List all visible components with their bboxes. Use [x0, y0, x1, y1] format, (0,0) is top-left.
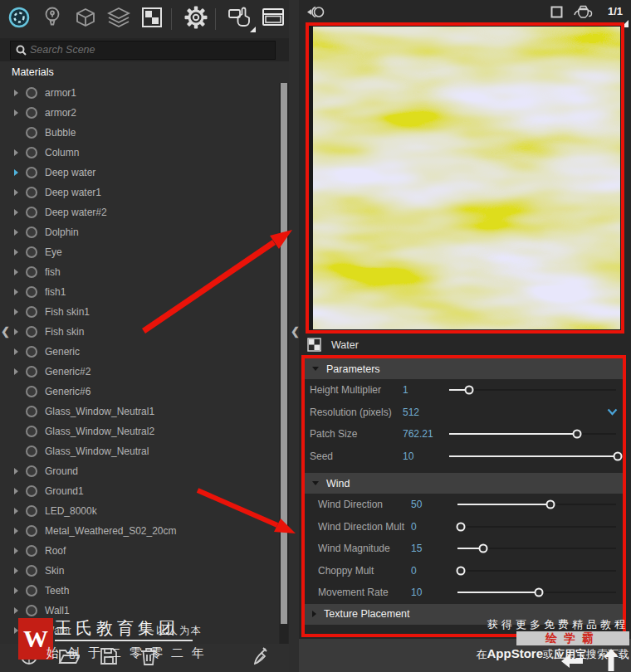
materials-button[interactable] [5, 5, 33, 33]
material-list-item[interactable]: Roof [0, 541, 279, 561]
texture-preview[interactable] [306, 22, 624, 334]
slider-handle[interactable] [573, 430, 582, 439]
expand-arrow-icon[interactable] [14, 289, 18, 295]
page-indicator[interactable]: 1/1 [608, 5, 623, 17]
material-list-item[interactable]: Deep water [0, 163, 279, 183]
material-list-item[interactable]: Eye [0, 242, 279, 262]
parameter-row[interactable]: Choppy Mult 0 [305, 560, 623, 582]
material-list-item[interactable]: fish [0, 262, 279, 282]
expand-arrow-icon[interactable] [14, 189, 18, 196]
material-list-item[interactable]: Column [0, 143, 279, 163]
parameter-slider[interactable] [457, 538, 618, 560]
search-box[interactable] [10, 41, 276, 60]
parameter-row[interactable]: Resolution (pixels) 512 [305, 402, 623, 424]
parameter-row[interactable]: Height Multiplier 1 [305, 379, 623, 402]
material-list-item[interactable]: armor1 [0, 83, 279, 103]
material-list-item[interactable]: Water [0, 621, 279, 640]
expand-arrow-icon[interactable] [14, 149, 18, 156]
expand-arrow-icon[interactable] [14, 468, 18, 475]
select-mode-button[interactable] [226, 5, 254, 33]
parameter-value[interactable]: 50 [411, 499, 457, 510]
parameter-slider[interactable] [449, 423, 618, 446]
parameter-value[interactable]: 0 [411, 521, 457, 533]
delete-button[interactable] [135, 645, 163, 670]
settings-button[interactable] [182, 5, 210, 33]
material-list-item[interactable]: Deep water1 [0, 183, 279, 202]
layers-button[interactable] [105, 5, 133, 33]
parameter-slider[interactable] [449, 379, 618, 402]
teapot-preview-icon[interactable] [574, 5, 594, 22]
material-list-item[interactable]: Glass_Window_Neutral [0, 441, 279, 461]
material-list-item[interactable]: Dolphin [0, 222, 279, 242]
material-list-item[interactable]: Generic [0, 342, 279, 362]
parameter-value[interactable]: 1 [403, 384, 449, 396]
expand-arrow-icon[interactable] [14, 488, 18, 494]
expand-arrow-icon[interactable] [14, 508, 18, 514]
imported-textures-button[interactable] [138, 5, 166, 33]
expand-arrow-icon[interactable] [14, 169, 18, 176]
expand-arrow-icon[interactable] [14, 309, 18, 315]
lights-button[interactable] [38, 5, 66, 33]
expand-arrow-icon[interactable] [14, 249, 18, 256]
parameter-value[interactable]: 762.21 [403, 428, 449, 440]
material-list-item[interactable]: LED_8000k [0, 501, 279, 521]
new-scene-button[interactable] [15, 645, 43, 670]
orbit-icon[interactable] [306, 4, 327, 23]
material-list-item[interactable]: Fish skin1 [0, 302, 279, 322]
material-list-item[interactable]: Ground [0, 461, 279, 481]
expand-arrow-icon[interactable] [14, 548, 18, 554]
open-button[interactable] [55, 645, 83, 670]
flat-preview-icon[interactable] [550, 6, 563, 22]
expand-arrow-icon[interactable] [14, 627, 18, 634]
parameter-row[interactable]: Wind Magnitude 15 [305, 538, 623, 560]
expand-arrow-icon[interactable] [14, 90, 18, 96]
expand-arrow-icon[interactable] [14, 269, 18, 275]
expand-arrow-icon[interactable] [14, 567, 18, 574]
expand-arrow-icon[interactable] [14, 368, 18, 375]
parameter-value[interactable]: 10 [411, 587, 457, 598]
expand-arrow-icon[interactable] [14, 348, 18, 355]
expand-arrow-icon[interactable] [14, 587, 18, 594]
material-list-item[interactable]: Bubble [0, 123, 279, 143]
parameter-row[interactable]: Wind Direction 50 [305, 494, 623, 516]
materials-list[interactable]: armor1 armor2 Bubble Column Deep water D… [0, 83, 279, 644]
parameter-row[interactable]: Seed 10 [305, 446, 623, 468]
parameter-slider[interactable] [457, 516, 618, 538]
scrollbar-thumb[interactable] [281, 83, 287, 624]
parameter-value[interactable]: 15 [411, 543, 457, 554]
parameter-row[interactable]: Movement Rate 10 [305, 582, 623, 604]
expand-arrow-icon[interactable] [14, 528, 18, 534]
material-list-item[interactable]: Generic#6 [0, 382, 279, 402]
slider-handle[interactable] [614, 451, 623, 460]
parameter-row[interactable]: Patch Size 762.21 [305, 423, 623, 446]
material-list-item[interactable]: Ground1 [0, 481, 279, 501]
expand-arrow-icon[interactable] [14, 229, 18, 236]
save-button[interactable] [95, 645, 123, 670]
material-list-item[interactable]: Wall1 [0, 601, 279, 621]
slider-handle[interactable] [456, 566, 465, 575]
slider-handle[interactable] [465, 386, 474, 395]
section-header[interactable]: Wind [305, 473, 623, 494]
parameter-row[interactable]: Wind Direction Mult 0 [305, 516, 623, 538]
slider-handle[interactable] [478, 544, 487, 553]
parameter-value[interactable]: 512 [403, 407, 449, 418]
material-list-item[interactable]: armor2 [0, 103, 279, 123]
window-button[interactable] [259, 5, 287, 33]
expand-arrow-icon[interactable] [14, 607, 18, 614]
expand-arrow-icon[interactable] [14, 110, 18, 116]
slider-handle[interactable] [456, 522, 465, 531]
parameter-value[interactable]: 10 [403, 450, 449, 462]
dropdown-chevron-icon[interactable] [607, 408, 618, 416]
search-input[interactable] [27, 44, 275, 56]
material-list-item[interactable]: Fish skin [0, 322, 279, 342]
slider-track[interactable] [457, 570, 616, 572]
parameter-slider[interactable] [457, 494, 618, 516]
material-list-item[interactable]: Deep water#2 [0, 202, 279, 222]
slider-handle[interactable] [535, 588, 544, 597]
parameter-slider[interactable] [457, 582, 618, 604]
expand-arrow-icon[interactable] [14, 329, 18, 335]
slider-track[interactable] [449, 389, 616, 391]
material-list-item[interactable]: Generic#2 [0, 362, 279, 382]
section-header[interactable]: Parameters [305, 358, 623, 379]
back-arrow-icon[interactable] [561, 655, 583, 671]
